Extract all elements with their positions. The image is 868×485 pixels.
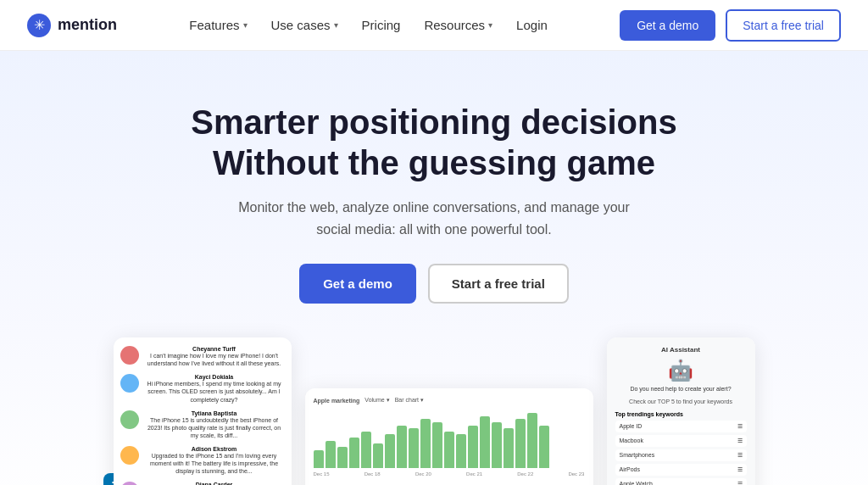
nav-resources[interactable]: Resources ▾ [424, 18, 492, 32]
ai-keyword-row: AirPods☰ [615, 464, 747, 476]
chart-bar [432, 422, 442, 468]
logo[interactable]: ✳ mention [27, 14, 117, 37]
analytics-chart-card: Apple marketing Volume ▾ Bar chart ▾ Dec… [305, 388, 593, 485]
nav-use-cases[interactable]: Use cases ▾ [271, 18, 338, 32]
chat-item: Diana Carder Couldn't be happier with my… [120, 482, 285, 485]
chart-header: Apple marketing Volume ▾ Bar chart ▾ [314, 397, 585, 404]
ai-keyword-row: Macbook☰ [615, 435, 747, 447]
chart-bar [409, 428, 419, 468]
ai-keyword-row: Apple ID☰ [615, 421, 747, 432]
chart-bar [444, 432, 454, 468]
chevron-down-icon: ▾ [488, 20, 492, 30]
chart-bar [420, 419, 431, 468]
chevron-down-icon: ▾ [243, 20, 248, 30]
ai-keyword-row: Apple Watch☰ [615, 478, 747, 485]
nav-pricing[interactable]: Pricing [362, 18, 401, 32]
avatar [120, 374, 139, 393]
chart-bar [515, 419, 526, 468]
chart-bar [361, 432, 371, 468]
chat-list: Cheyanne Turff I can't imagine how I lov… [114, 337, 292, 485]
hero-trial-button[interactable]: Start a free trial [428, 264, 569, 304]
chat-item: Cheyanne Turff I can't imagine how I lov… [120, 346, 285, 367]
ai-hint: Check our TOP 5 to find your keywords [615, 399, 747, 404]
chat-feed-card: Cheyanne Turff I can't imagine how I lov… [114, 337, 292, 485]
chart-bar [337, 447, 348, 468]
avatar [120, 446, 139, 465]
nav-actions: Get a demo Start a free trial [620, 9, 841, 42]
chart-bar [527, 413, 537, 468]
nav-links: Features ▾ Use cases ▾ Pricing Resources… [189, 18, 548, 32]
ai-panel-card: AI Assistant 🤖 Do you need help to creat… [607, 337, 755, 485]
chat-item: Adison Ekstrom Upgraded to the iPhone 15… [120, 446, 285, 475]
ai-question: Do you need help to create your alert? [615, 386, 747, 392]
start-trial-button[interactable]: Start a free trial [726, 9, 841, 42]
chart-bars [314, 409, 585, 468]
navbar: ✳ mention Features ▾ Use cases ▾ Pricing… [0, 0, 868, 51]
chart-bar [385, 434, 395, 468]
chart-bar [314, 450, 324, 469]
logo-icon: ✳ [27, 14, 51, 37]
hero-demo-button[interactable]: Get a demo [299, 264, 416, 304]
chart-bar [468, 426, 478, 469]
chart-bar [504, 428, 514, 468]
chart-container: Apple marketing Volume ▾ Bar chart ▾ Dec… [305, 388, 593, 485]
nav-features[interactable]: Features ▾ [189, 18, 247, 32]
chart-bar [326, 441, 336, 469]
hero-headline: Smarter positioning decisions Without th… [27, 102, 841, 183]
chart-bar [397, 426, 407, 469]
ai-keyword-row: Smartphones☰ [615, 449, 747, 461]
chart-bar [539, 426, 549, 469]
avatar [120, 482, 139, 485]
get-demo-button[interactable]: Get a demo [620, 10, 715, 41]
logo-text: mention [58, 16, 117, 34]
chart-bar [480, 416, 490, 468]
ai-assistant-panel: AI Assistant 🤖 Do you need help to creat… [607, 337, 755, 485]
chart-x-labels: Dec 15Dec 18Dec 20Dec 21Dec 22Dec 23 [314, 471, 585, 477]
chart-bar [373, 443, 383, 468]
screenshots-container: Cheyanne Turff I can't imagine how I lov… [27, 337, 841, 485]
chart-bar [456, 434, 466, 468]
chart-bar [349, 438, 359, 468]
chat-item: Tytiana Baptista The iPhone 15 is undoub… [120, 410, 285, 439]
ai-panel-title: AI Assistant [615, 346, 747, 354]
hero-subtext: Monitor the web, analyze online conversa… [231, 197, 637, 240]
ai-trend-label: Top trendings keywords [615, 411, 747, 417]
hero-section: Smarter positioning decisions Without th… [0, 51, 868, 485]
nav-login[interactable]: Login [516, 18, 548, 32]
chat-item: Kayci Dokiala Hi iPhone members, I spend… [120, 374, 285, 403]
avatar [120, 346, 139, 365]
chart-bar [492, 422, 502, 468]
avatar [120, 410, 139, 429]
hero-cta-buttons: Get a demo Start a free trial [27, 264, 841, 304]
chevron-down-icon: ▾ [334, 20, 338, 30]
ai-robot-icon: 🤖 [615, 359, 747, 382]
hero-screenshots: in ✕ f ♪ 📷 Cheyanne Turff I can't imagin… [27, 337, 841, 485]
